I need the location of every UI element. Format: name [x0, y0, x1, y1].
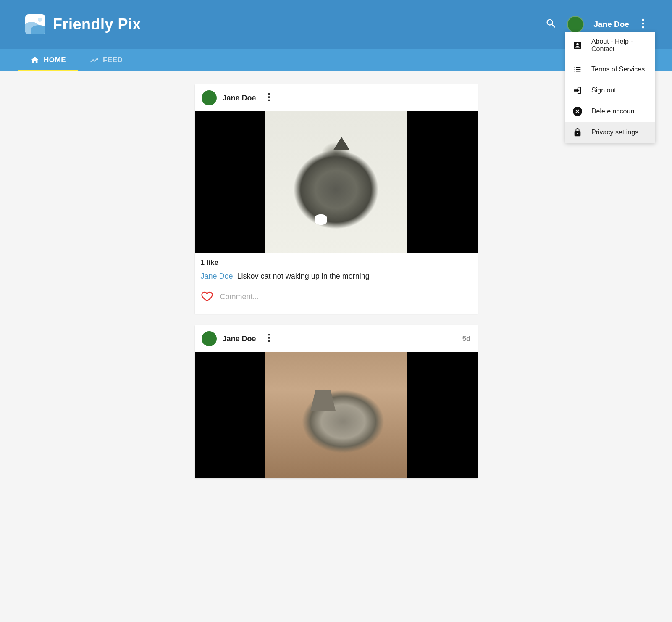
account-box-icon: [573, 41, 582, 50]
user-name-label[interactable]: Jane Doe: [594, 20, 629, 29]
app-title: Friendly Pix: [53, 16, 141, 33]
post-author-avatar[interactable]: [202, 331, 217, 346]
post-author-name[interactable]: Jane Doe: [223, 335, 256, 343]
cat-photo: [265, 111, 407, 253]
menu-item-label: Sign out: [591, 87, 616, 94]
menu-item-label: Delete account: [591, 108, 636, 115]
post-header: Jane Doe 5d: [195, 325, 478, 352]
tab-home[interactable]: HOME: [18, 49, 78, 71]
cat-photo: [265, 352, 407, 478]
user-dropdown-menu: About - Help - Contact Terms of Services…: [565, 32, 655, 143]
caption-text: Liskov cat not waking up in the morning: [237, 272, 370, 280]
post-caption: Jane Doe: Liskov cat not waking up in th…: [201, 272, 472, 281]
search-icon[interactable]: [545, 18, 557, 31]
svg-point-4: [268, 96, 270, 98]
user-avatar[interactable]: [567, 16, 584, 33]
post-author-name[interactable]: Jane Doe: [223, 94, 256, 103]
post-author-avatar[interactable]: [202, 90, 217, 105]
menu-delete-account[interactable]: ✕ Delete account: [565, 101, 655, 122]
svg-point-6: [268, 334, 270, 335]
list-icon: [573, 65, 582, 74]
caption-separator: :: [233, 272, 237, 280]
cancel-icon: ✕: [573, 107, 582, 116]
post-card: Jane Doe 1 like Jane Doe: Liskov cat not…: [195, 84, 478, 314]
svg-point-7: [268, 337, 270, 339]
post-body: 1 like Jane Doe: Liskov cat not waking u…: [195, 253, 478, 287]
menu-signout[interactable]: Sign out: [565, 80, 655, 101]
post-actions: [195, 287, 478, 314]
post-card: Jane Doe 5d: [195, 325, 478, 478]
likes-count[interactable]: 1 like: [201, 258, 472, 267]
logo-wrap[interactable]: Friendly Pix: [25, 14, 141, 34]
svg-point-2: [642, 26, 644, 29]
like-button[interactable]: [201, 290, 213, 304]
header-more-icon[interactable]: [639, 18, 647, 30]
caption-author-link[interactable]: Jane Doe: [201, 272, 233, 280]
post-header: Jane Doe: [195, 84, 478, 111]
post-more-icon[interactable]: [265, 93, 273, 103]
svg-point-1: [642, 23, 644, 25]
menu-item-label: About - Help - Contact: [591, 38, 648, 53]
menu-item-label: Privacy settings: [591, 129, 638, 136]
comment-input[interactable]: [219, 289, 472, 305]
logo-icon: [25, 14, 45, 34]
svg-point-0: [642, 19, 644, 21]
svg-point-3: [268, 93, 270, 95]
post-time: 5d: [462, 335, 471, 343]
menu-item-label: Terms of Services: [591, 66, 645, 73]
trending-icon: [89, 55, 99, 65]
menu-about[interactable]: About - Help - Contact: [565, 32, 655, 59]
exit-icon: [573, 86, 582, 95]
tab-feed-label: FEED: [103, 56, 123, 64]
home-icon: [30, 55, 39, 65]
lock-icon: [573, 128, 582, 137]
svg-point-8: [268, 340, 270, 342]
post-image[interactable]: [195, 111, 478, 253]
menu-terms[interactable]: Terms of Services: [565, 59, 655, 80]
post-image[interactable]: [195, 352, 478, 478]
header-right: Jane Doe: [545, 16, 647, 33]
tab-feed[interactable]: FEED: [78, 49, 134, 71]
heart-icon: [201, 290, 213, 303]
menu-privacy-settings[interactable]: Privacy settings: [565, 122, 655, 143]
post-more-icon[interactable]: [265, 334, 273, 344]
tab-home-label: HOME: [44, 56, 66, 64]
svg-point-5: [268, 99, 270, 101]
